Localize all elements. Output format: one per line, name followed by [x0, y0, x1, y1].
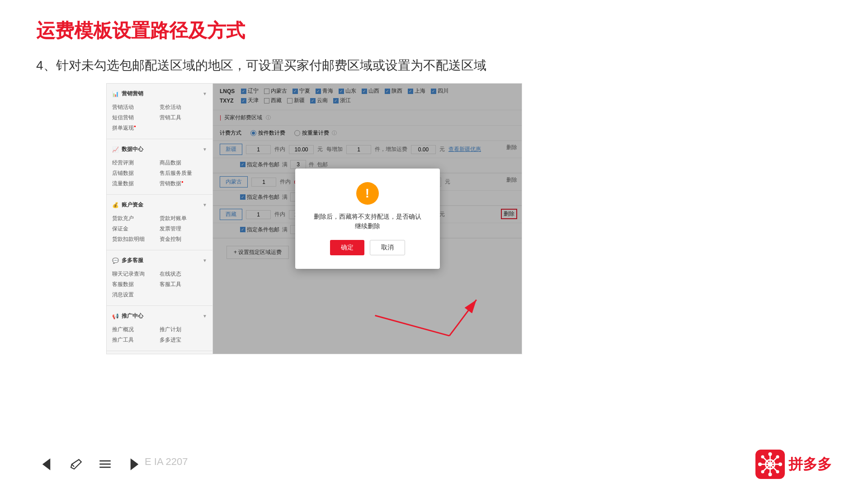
sidebar-finance-items: 货款充户 货款对账单 保证金 发票管理 货款扣款明细 资金控制	[107, 211, 212, 246]
sidebar-item-zxzt[interactable]: 在线状态	[160, 269, 207, 279]
sidebar-item-zjkz[interactable]: 资金控制	[160, 234, 207, 244]
sidebar-item-ddjb[interactable]: 多多进宝	[160, 335, 207, 345]
svg-point-23	[768, 462, 773, 467]
sidebar-promo-items: 推广概况 推广计划 推广工具 多多进宝	[107, 323, 212, 347]
sidebar-section-promo: 📢 推广中心 ▼ 推广概况 推广计划 推广工具 多多进宝	[107, 306, 212, 351]
modal-overlay: ! 删除后，西藏将不支持配送，是否确认继续删除 确定 取消	[213, 84, 522, 354]
page-title: 运费模板设置路径及方式	[36, 18, 832, 43]
svg-marker-8	[131, 458, 139, 470]
sidebar-marketing-items: 营销活动 竞价活动 短信营销 营销工具 拼单返现	[107, 100, 212, 135]
sidebar-item-yxhd[interactable]: 营销活动	[112, 102, 160, 113]
svg-rect-6	[99, 464, 111, 465]
sidebar-item-llsj[interactable]: 流量数据	[112, 178, 160, 189]
chat-icon: 💬	[112, 258, 119, 264]
pdd-logo: 拼多多	[755, 450, 832, 479]
svg-point-16	[769, 473, 772, 476]
svg-point-17	[758, 463, 762, 466]
watermark: E IA 2207	[145, 456, 188, 468]
sidebar-item-bzj[interactable]: 保证金	[112, 224, 160, 234]
sidebar-item-jypg[interactable]: 经营评测	[112, 158, 160, 168]
svg-point-19	[761, 455, 764, 459]
sidebar-section-data-title: 📈 数据中心 ▼	[107, 143, 212, 156]
svg-rect-5	[99, 460, 111, 462]
sidebar-section-service-title: 💬 多多客服 ▼	[107, 254, 212, 267]
next-btn[interactable]	[124, 454, 145, 474]
sidebar-item-tgjh[interactable]: 推广计划	[160, 324, 207, 335]
sidebar-item-xxsz[interactable]: 消息设置	[112, 290, 160, 300]
sidebar-section-store: 🏪 店铺管理 ▼ 店铺信息 子账号管理 店铺装修 订单开票 违规查询 退店 订单…	[107, 351, 212, 354]
sidebar-item-spsjdata[interactable]: 商品数据	[160, 158, 207, 168]
sidebar-item-tgkg[interactable]: 推广概况	[112, 324, 160, 335]
sidebar-section-finance-title: 💰 账户资金 ▼	[107, 198, 212, 211]
svg-point-18	[778, 463, 782, 466]
menu-icon	[97, 456, 113, 472]
svg-line-4	[72, 465, 74, 467]
next-icon	[127, 456, 142, 472]
prev-icon	[38, 456, 54, 472]
sidebar-item-kfgj[interactable]: 客服工具	[160, 279, 207, 290]
sidebar-item-ltjl[interactable]: 聊天记录查询	[112, 269, 160, 279]
sidebar-section-service: 💬 多多客服 ▼ 聊天记录查询 在线状态 客服数据 客服工具 消息设置	[107, 250, 212, 306]
chevron-down-icon2: ▼	[203, 147, 207, 152]
svg-point-20	[776, 470, 779, 474]
sidebar-item-kfsj[interactable]: 客服数据	[112, 279, 160, 290]
sidebar-item-hkdzd[interactable]: 货款对账单	[160, 213, 207, 224]
modal-cancel-btn[interactable]: 取消	[370, 240, 405, 255]
svg-marker-3	[42, 458, 51, 470]
chevron-down-icon5: ▼	[203, 314, 207, 319]
money-icon: 💰	[112, 202, 119, 208]
prev-btn[interactable]	[36, 454, 57, 474]
modal-box: ! 删除后，西藏将不支持配送，是否确认继续删除 确定 取消	[295, 169, 440, 269]
main-content-area: LNQS 辽宁 内蒙古 宁夏 青海	[213, 84, 522, 354]
modal-message: 删除后，西藏将不支持配送，是否确认继续删除	[313, 212, 422, 231]
screenshot-area: 📊 营销营销 ▼ 营销活动 竞价活动 短信营销 营销工具 拼单返现 📈 数据中心…	[106, 83, 522, 354]
menu-btn[interactable]	[95, 454, 115, 474]
svg-point-21	[776, 455, 779, 459]
data-icon: 📈	[112, 146, 119, 153]
sidebar-item-dxyx[interactable]: 短信营销	[112, 113, 160, 123]
sidebar-section-marketing: 📊 营销营销 ▼ 营销活动 竞价活动 短信营销 营销工具 拼单返现	[107, 84, 212, 139]
chevron-down-icon4: ▼	[203, 258, 207, 263]
chevron-down-icon3: ▼	[203, 202, 207, 207]
chevron-down-icon: ▼	[203, 91, 207, 96]
pdd-text: 拼多多	[788, 455, 832, 474]
sidebar: 📊 营销营销 ▼ 营销活动 竞价活动 短信营销 营销工具 拼单返现 📈 数据中心…	[107, 84, 213, 354]
sidebar-item-yxsj[interactable]: 营销数据	[160, 178, 207, 189]
sidebar-item-pdfx[interactable]: 拼单返现	[112, 123, 160, 133]
sidebar-item-yxgj[interactable]: 营销工具	[160, 113, 207, 123]
sidebar-item-fpgl[interactable]: 发票管理	[160, 224, 207, 234]
sidebar-item-tggj[interactable]: 推广工具	[112, 335, 160, 345]
sidebar-section-data: 📈 数据中心 ▼ 经营评测 商品数据 店铺数据 售后服务质量 流量数据 营销数据	[107, 139, 212, 195]
bottom-nav	[36, 454, 145, 474]
sidebar-item-jjhd[interactable]: 竞价活动	[160, 102, 207, 113]
sidebar-item-hkkmx[interactable]: 货款扣款明细	[112, 234, 160, 244]
sidebar-section-finance: 💰 账户资金 ▼ 货款充户 货款对账单 保证金 发票管理 货款扣款明细 资金控制	[107, 195, 212, 250]
svg-point-22	[761, 470, 764, 474]
svg-rect-7	[99, 467, 111, 468]
sidebar-item-dpsjdata[interactable]: 店铺数据	[112, 168, 160, 178]
modal-buttons: 确定 取消	[313, 240, 422, 255]
sidebar-item-hkch[interactable]: 货款充户	[112, 213, 160, 224]
edit-icon	[68, 456, 84, 472]
modal-confirm-btn[interactable]: 确定	[330, 240, 364, 255]
edit-btn[interactable]	[66, 454, 86, 474]
warning-icon: !	[356, 182, 379, 205]
pdd-logo-icon	[755, 450, 785, 479]
sidebar-data-items: 经营评测 商品数据 店铺数据 售后服务质量 流量数据 营销数据	[107, 156, 212, 191]
sidebar-section-marketing-title: 📊 营销营销 ▼	[107, 87, 212, 100]
svg-point-15	[769, 452, 772, 456]
sidebar-item-shfwzl[interactable]: 售后服务质量	[160, 168, 207, 178]
bar-chart-icon: 📊	[112, 91, 119, 97]
sidebar-section-promo-title: 📢 推广中心 ▼	[107, 310, 212, 323]
page-subtitle: 4、针对未勾选包邮配送区域的地区，可设置买家付邮费区域或设置为不配送区域	[36, 57, 832, 74]
promo-icon: 📢	[112, 313, 119, 319]
sidebar-service-items: 聊天记录查询 在线状态 客服数据 客服工具 消息设置	[107, 267, 212, 302]
